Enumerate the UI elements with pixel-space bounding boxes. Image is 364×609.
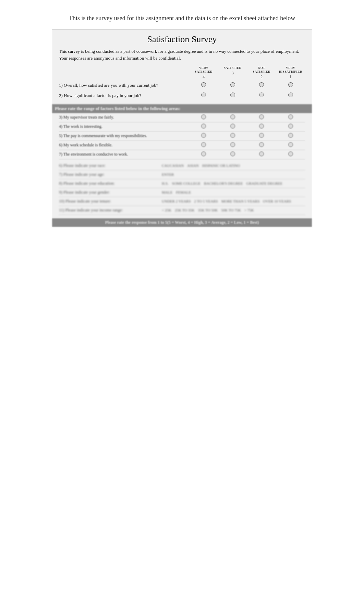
sq6-opt1[interactable] (190, 142, 217, 148)
sub-question-7: 7) The environment is conducive to work. (59, 150, 305, 159)
demo-row-1: 6) Please indicate your race: CAUCASIANA… (59, 161, 305, 170)
scale-num-4: 1 (277, 74, 304, 80)
sq6-opt4[interactable] (277, 142, 304, 148)
sub-q5-label: 5) The pay is commensurate with my respo… (59, 133, 189, 138)
survey-box: Satisfaction Survey This survey is being… (52, 29, 312, 227)
sq3-opt2[interactable] (219, 114, 246, 121)
scale-label-2: SATISFIED (219, 66, 246, 70)
q1-opt2[interactable] (219, 82, 246, 88)
demo-gender-label: 9) Please indicate your gender: (59, 190, 162, 195)
q1-opt3[interactable] (248, 82, 275, 88)
scale-num-1: 4 (190, 74, 217, 80)
scale-label-4: VERYDISSATISFIED (277, 66, 304, 74)
question-1-row: 1) Overall, how satisfied are you with y… (59, 82, 305, 90)
scale-label-1: VERYSATISFIED (190, 66, 217, 74)
demo-gender-options: MALEFEMALE (162, 190, 305, 194)
question-1-label: 1) Overall, how satisfied are you with y… (59, 82, 189, 88)
sq7-opt2[interactable] (219, 151, 246, 158)
sq7-opt1[interactable] (190, 151, 217, 158)
scale-satisfied: SATISFIED 3 (219, 66, 246, 80)
demo-row-gender: 9) Please indicate your gender: MALEFEMA… (59, 188, 305, 197)
demographic-section: 6) Please indicate your race: CAUCASIANA… (59, 161, 305, 215)
page-header: This is the survey used for this assignm… (27, 14, 337, 23)
sq4-opt2[interactable] (219, 124, 246, 130)
scale-num-2: 3 (219, 71, 246, 76)
scale-label-3: NOTSATISFIED (248, 66, 275, 74)
demo-row-age: 7) Please indicate your age: ENTER (59, 170, 305, 179)
demo-income-options: < 25K25K TO 35K35K TO 50K50K TO 75K> 75K (162, 208, 305, 212)
sq4-opt3[interactable] (248, 124, 275, 130)
question-2-row: 2) How significant a factor is pay in yo… (59, 93, 305, 100)
scale-very-dissatisfied: VERYDISSATISFIED 1 (277, 66, 304, 80)
demo-age-label: 7) Please indicate your age: (59, 172, 162, 177)
demo-tenure-label: 10) Please indicate your tenure: (59, 199, 162, 204)
q1-opt4[interactable] (277, 82, 304, 88)
q1-opt1[interactable] (190, 82, 217, 88)
sq4-opt1[interactable] (190, 124, 217, 130)
sub-q7-label: 7) The environment is conducive to work. (59, 152, 189, 157)
scale-num-3: 2 (248, 74, 275, 80)
demo-q1-options: CAUCASIANASIANHISPANIC OR LATINO (162, 163, 305, 168)
sq3-opt4[interactable] (277, 114, 304, 121)
question-2-label: 2) How significant a factor is pay in yo… (59, 93, 189, 99)
sub-q6-label: 6) My work schedule is flexible. (59, 143, 189, 148)
sub-question-5: 5) The pay is commensurate with my respo… (59, 132, 305, 141)
section2-header: Please rate the range of factors listed … (52, 104, 312, 113)
q2-opt2[interactable] (219, 93, 246, 99)
sq5-opt4[interactable] (277, 133, 304, 139)
sq5-opt3[interactable] (248, 133, 275, 139)
sq7-opt3[interactable] (248, 151, 275, 158)
sq4-opt4[interactable] (277, 124, 304, 130)
survey-footer: Please rate the response from 1 to 5(5 =… (52, 218, 312, 227)
sq5-opt1[interactable] (190, 133, 217, 139)
sub-question-3: 3) My supervisor treats me fairly. (59, 113, 305, 122)
sub-q3-label: 3) My supervisor treats me fairly. (59, 115, 189, 120)
q2-opt4[interactable] (277, 93, 304, 99)
demo-income-label: 11) Please indicate your income range: (59, 208, 162, 213)
demo-edu-label: 8) Please indicate your education: (59, 181, 162, 186)
sq3-opt3[interactable] (248, 114, 275, 121)
sq7-opt4[interactable] (277, 151, 304, 158)
demo-edu-options: H.S.SOME COLLEGEBACHELOR'S DEGREEGRADUAT… (162, 181, 305, 185)
sq6-opt2[interactable] (219, 142, 246, 148)
q2-opt1[interactable] (190, 93, 217, 99)
demo-row-income: 11) Please indicate your income range: <… (59, 206, 305, 215)
demo-row-education: 8) Please indicate your education: H.S.S… (59, 179, 305, 188)
sub-question-6: 6) My work schedule is flexible. (59, 141, 305, 150)
scale-not-satisfied: NOTSATISFIED 2 (248, 66, 275, 80)
demo-row-tenure: 10) Please indicate your tenure: UNDER 2… (59, 197, 305, 206)
survey-intro: This survey is being conducted as a part… (59, 48, 305, 61)
demo-q1-label: 6) Please indicate your race: (59, 163, 162, 168)
sub-question-4: 4) The work is interesting. (59, 122, 305, 132)
demo-age-options: ENTER (162, 172, 305, 176)
sq6-opt3[interactable] (248, 142, 275, 148)
sub-q4-label: 4) The work is interesting. (59, 124, 189, 129)
scale-very-satisfied: VERYSATISFIED 4 (190, 66, 217, 80)
survey-title: Satisfaction Survey (59, 34, 305, 45)
sq3-opt1[interactable] (190, 114, 217, 121)
demo-tenure-options: UNDER 2 YEARS2 TO 5 YEARSMORE THAN 5 YEA… (162, 199, 305, 203)
sq5-opt2[interactable] (219, 133, 246, 139)
scale-header: VERYSATISFIED 4 SATISFIED 3 NOTSATISFIED… (59, 66, 305, 80)
q2-opt3[interactable] (248, 93, 275, 99)
